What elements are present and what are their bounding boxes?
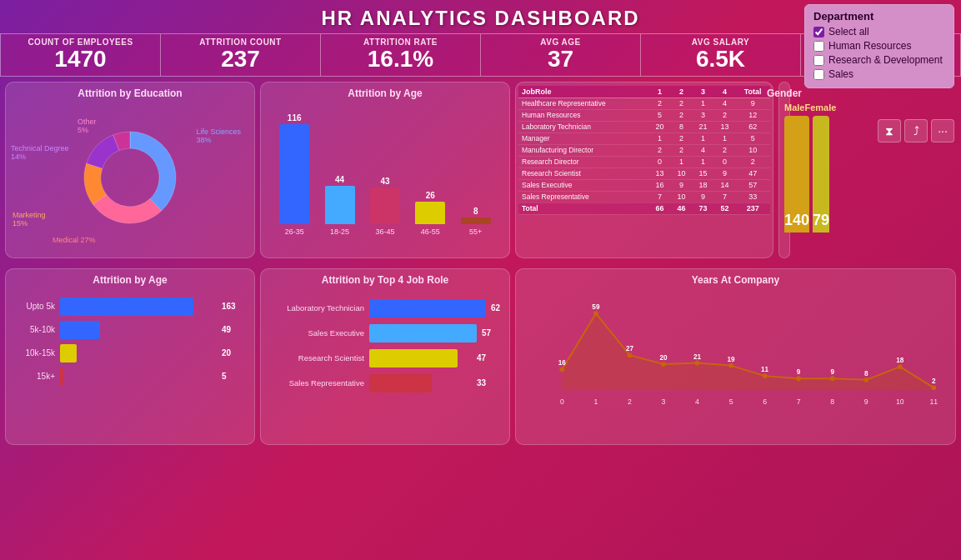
jobrole-row-7: Sales Executive169181457 — [518, 179, 770, 191]
svg-point-30 — [863, 378, 868, 382]
jobrole-outer[interactable]: JobRole 1 2 3 4 Total Healthcare Represe… — [518, 86, 770, 215]
jobrole-total-row: Total66467352237 — [518, 202, 770, 214]
main-content: Attrition by Education Life Sciences38% … — [0, 82, 961, 268]
age-bar-group-0: 116 26-35 — [279, 113, 309, 236]
salary-bar-row-3: 15k+ 5 — [18, 368, 243, 386]
svg-point-24 — [763, 373, 768, 378]
attrition-education-card: Attrition by Education Life Sciences38% … — [5, 82, 255, 258]
jobrole-col-2: 2 — [671, 86, 693, 98]
top4-jobrole-card: Attrition by Top 4 Job Role Laboratory T… — [260, 268, 510, 445]
dept-option-rd[interactable]: Research & Development — [813, 54, 945, 66]
kpi-card-0: Count of Employees1470 — [1, 34, 161, 76]
attrition-age-bar-container: 116 26-35 44 18-25 43 36-45 26 46-55 8 5… — [266, 102, 504, 252]
donut-container: Life Sciences38% Other5% Technical Degre… — [11, 102, 249, 252]
gender-male-label: Male — [784, 102, 804, 112]
svg-text:59: 59 — [592, 303, 600, 311]
jobrole-col-role: JobRole — [518, 86, 649, 98]
svg-text:7: 7 — [797, 398, 801, 406]
svg-point-16 — [628, 352, 633, 358]
jobrole-col-1: 1 — [649, 86, 671, 98]
export-icon-button[interactable]: ⤴ — [904, 119, 928, 142]
donut-label-marketing: Marketing15% — [13, 211, 46, 228]
age-bar-group-2: 43 36-45 — [370, 177, 400, 236]
jobrole-row-1: Human Resources523212 — [518, 109, 770, 121]
age-bar-group-1: 44 18-25 — [325, 175, 355, 236]
age-bar-group-4: 8 55+ — [461, 207, 491, 236]
svg-text:10: 10 — [896, 398, 904, 406]
jobrole-row-8: Sales Representative7109733 — [518, 191, 770, 202]
salary-bar-row-2: 10k-15k 20 — [18, 344, 243, 362]
age-bars-row: 116 26-35 44 18-25 43 36-45 26 46-55 8 5… — [274, 111, 496, 236]
years-company-chart: 0123456789101116592720211911998182 — [521, 289, 950, 439]
top4-bar-row-0: Laboratory Technician 62 — [273, 299, 498, 318]
svg-text:8: 8 — [830, 398, 834, 406]
jobrole-row-2: Laboratory Technician208211362 — [518, 121, 770, 132]
dept-option-sales[interactable]: Sales — [813, 68, 945, 80]
toolbar-icons: ⧗ ⤴ ··· — [878, 119, 954, 142]
svg-text:3: 3 — [662, 398, 666, 406]
donut-label-other: Other5% — [78, 118, 97, 134]
svg-text:27: 27 — [626, 345, 634, 352]
dept-option-select-all[interactable]: Select all — [813, 26, 945, 38]
top4-bar-row-1: Sales Executive 57 — [273, 324, 498, 342]
svg-text:9: 9 — [797, 368, 801, 376]
svg-point-20 — [695, 360, 700, 365]
svg-text:19: 19 — [727, 356, 735, 363]
more-options-button[interactable]: ··· — [931, 119, 954, 142]
svg-text:5: 5 — [729, 398, 733, 406]
donut-chart-svg — [72, 119, 188, 236]
jobrole-col-4: 4 — [713, 86, 735, 98]
svg-text:1: 1 — [593, 398, 598, 406]
svg-point-22 — [728, 363, 733, 368]
jobrole-col-3: 3 — [692, 86, 713, 98]
gender-bar-male: 140 — [784, 116, 809, 232]
bottom-row: Attrition by Age Upto 5k 163 5k-10k 49 1… — [0, 268, 961, 450]
donut-label-technical: Technical Degree14% — [11, 144, 69, 161]
svg-text:4: 4 — [695, 398, 699, 406]
years-company-title: Years At Company — [521, 274, 950, 286]
svg-text:20: 20 — [659, 354, 668, 362]
svg-text:2: 2 — [932, 378, 936, 385]
svg-text:2: 2 — [628, 398, 632, 406]
dept-filter-title: Department — [813, 10, 945, 22]
jobrole-table: JobRole 1 2 3 4 Total Healthcare Represe… — [518, 86, 770, 215]
attrition-salary-card: Attrition by Age Upto 5k 163 5k-10k 49 1… — [5, 268, 255, 445]
jobrole-row-5: Research Director01102 — [518, 156, 770, 168]
top4-bar-row-2: Research Scientist 47 — [273, 349, 498, 368]
top4-jobrole-bars: Laboratory Technician 62 Sales Executive… — [266, 289, 504, 402]
salary-bar-row-1: 5k-10k 49 — [18, 321, 243, 339]
attrition-education-title: Attrition by Education — [11, 88, 249, 99]
svg-text:11: 11 — [929, 398, 938, 406]
kpi-card-2: Attrition Rate16.1% — [321, 34, 481, 76]
top4-jobrole-title: Attrition by Top 4 Job Role — [266, 274, 504, 286]
svg-text:11: 11 — [761, 366, 769, 373]
gender-bar-female: 79 — [813, 116, 829, 232]
svg-text:0: 0 — [560, 398, 564, 406]
svg-point-14 — [593, 311, 598, 316]
svg-text:16: 16 — [558, 359, 567, 367]
donut-label-medical: Medical 27% — [53, 236, 96, 244]
gender-title: Gender — [767, 88, 802, 99]
jobrole-card: JobRole 1 2 3 4 Total Healthcare Represe… — [515, 82, 773, 258]
svg-point-12 — [559, 367, 564, 372]
kpi-card-4: Avg Salary6.5K — [641, 34, 801, 76]
donut-label-lifesciences: Life Sciences38% — [196, 128, 241, 144]
attrition-salary-title: Attrition by Age — [11, 274, 249, 286]
svg-point-32 — [898, 364, 903, 369]
attrition-age-bar-card: Attrition by Age 116 26-35 44 18-25 43 3… — [260, 82, 510, 258]
gender-male-value: 140 — [784, 212, 809, 229]
attrition-salary-bars: Upto 5k 163 5k-10k 49 10k-15k 20 15k+ 5 — [11, 289, 249, 394]
gender-female-value: 79 — [813, 212, 829, 229]
svg-point-34 — [931, 385, 936, 390]
svg-point-18 — [661, 362, 666, 367]
svg-point-28 — [830, 376, 835, 381]
filter-icon-button[interactable]: ⧗ — [878, 119, 901, 142]
department-filter: Department Select all Human Resources Re… — [804, 4, 954, 88]
gender-card: Gender Male Female 140 79 — [778, 82, 790, 258]
svg-text:8: 8 — [864, 370, 868, 378]
svg-text:9: 9 — [830, 368, 834, 376]
dept-option-hr[interactable]: Human Resources — [813, 40, 945, 52]
jobrole-col-total: Total — [735, 86, 770, 98]
jobrole-row-0: Healthcare Representative22149 — [518, 98, 770, 109]
top4-bar-row-3: Sales Representative 33 — [273, 374, 498, 392]
